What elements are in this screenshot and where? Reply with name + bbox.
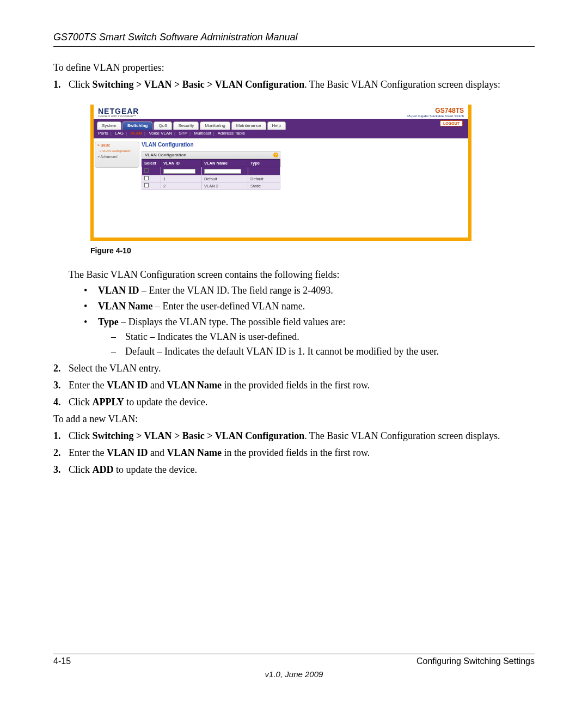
tab-help[interactable]: Help [267, 121, 286, 130]
add-step-3: 3. Click ADD to update the device. [53, 464, 535, 476]
header-rule [53, 46, 535, 47]
tab-security[interactable]: Security [173, 121, 199, 130]
subnav-lag[interactable]: LAG [115, 131, 124, 136]
t: in the provided fields in the first row. [222, 380, 370, 391]
page-number: 4-15 [53, 656, 71, 666]
page-footer: 4-15 Configuring Switching Settings v1.0… [53, 654, 535, 679]
t: Click [69, 79, 93, 90]
t: . The Basic VLAN Configuration screen di… [304, 79, 500, 90]
step-3: 3. Enter the VLAN ID and VLAN Name in th… [53, 380, 535, 391]
subnav-addrtable[interactable]: Address Table [218, 131, 246, 136]
sidebar: » Basic » VLAN Configuration » Advanced [95, 142, 139, 168]
step-num: 2. [53, 447, 61, 459]
netgear-screenshot: NETGEAR Connect with Innovation™ GS748TS… [90, 105, 471, 241]
vlanid-input[interactable] [163, 169, 195, 174]
type-static: Static – Indicates the VLAN is user-defi… [111, 331, 535, 343]
model-number: GS748TS [435, 107, 464, 114]
desc: – Enter the VLAN ID. The field range is … [139, 285, 333, 296]
step-text: Select the VLAN entry. [69, 363, 161, 374]
subnav-ports[interactable]: Ports [98, 131, 108, 136]
field-vlanname: VLAN Name – Enter the user-defined VLAN … [84, 301, 535, 312]
add-intro: To add a new VLAN: [53, 413, 535, 425]
t: ADD [93, 464, 114, 475]
row-checkbox[interactable] [144, 183, 149, 187]
col-vlanname: VLAN Name [202, 160, 248, 167]
tab-system[interactable]: System [97, 121, 121, 130]
t: VLAN ID [107, 447, 148, 458]
add-step-2: 2. Enter the VLAN ID and VLAN Name in th… [53, 447, 535, 459]
step-text: Click Switching > VLAN > Basic > VLAN Co… [69, 79, 500, 90]
subnav-vlan[interactable]: VLAN [130, 131, 142, 136]
tab-monitoring[interactable]: Monitoring [200, 121, 230, 130]
select-all-checkbox[interactable] [144, 168, 149, 173]
step-num: 3. [53, 464, 61, 476]
footer-rule [53, 654, 535, 654]
cell-vlanname: Default [202, 175, 248, 182]
sidebar-item-advanced[interactable]: » Advanced [95, 154, 139, 160]
step-num: 4. [53, 397, 61, 408]
nav-path: Switching > VLAN > Basic > VLAN Configur… [93, 430, 305, 441]
col-type: Type [248, 160, 280, 167]
model-desc: 48-port Gigabit Stackable Smart Switch [407, 114, 464, 118]
table-input-row [142, 167, 280, 175]
step-text: Enter the VLAN ID and VLAN Name in the p… [69, 380, 370, 391]
cell-vlanid: 1 [161, 175, 202, 182]
sidebar-item-vlanconfig[interactable]: » VLAN Configuration [95, 148, 139, 154]
step-1: 1. Click Switching > VLAN > Basic > VLAN… [53, 79, 535, 357]
step-text: Click ADD to update the device. [69, 464, 197, 475]
tab-switching[interactable]: Switching [122, 121, 153, 130]
t: Enter the [69, 380, 107, 391]
main-tabs: System Switching QoS Security Monitoring… [94, 119, 468, 130]
field-type: Type – Displays the VLAN type. The possi… [84, 317, 535, 357]
subnav-multicast[interactable]: Multicast [194, 131, 211, 136]
panel-header-text: VLAN Configuration [145, 153, 186, 157]
version-text: v1.0, June 2009 [53, 670, 535, 679]
t: . The Basic VLAN Configuration screen di… [304, 430, 500, 441]
cell-vlanid: 2 [161, 182, 202, 190]
step-num: 2. [53, 363, 61, 374]
desc: – Enter the user-defined VLAN name. [153, 301, 305, 312]
vlanname-input[interactable] [204, 169, 241, 174]
step-num: 3. [53, 380, 61, 391]
after-figure-text: The Basic VLAN Configuration screen cont… [69, 269, 535, 281]
field-vlanid: VLAN ID – Enter the VLAN ID. The field r… [84, 285, 535, 296]
t: VLAN Name [167, 380, 222, 391]
table-row: 2 VLAN 2 Static [142, 182, 280, 190]
subnav-stp[interactable]: STP [179, 131, 187, 136]
section-title: Configuring Switching Settings [416, 656, 535, 666]
step-num: 1. [53, 430, 61, 442]
term: VLAN ID [98, 285, 139, 296]
figure-4-10: NETGEAR Connect with Innovation™ GS748TS… [90, 105, 535, 241]
t: to update the device. [124, 397, 207, 407]
row-checkbox[interactable] [144, 176, 149, 180]
page-header: GS700TS Smart Switch Software Administra… [53, 32, 535, 43]
t: VLAN Name [167, 447, 222, 458]
vlan-table: Select VLAN ID VLAN Name Type [142, 159, 280, 190]
t: and [148, 380, 167, 391]
t: to update the device. [114, 464, 197, 475]
tab-qos[interactable]: QoS [154, 121, 172, 130]
step-text: Click APPLY to update the device. [69, 397, 207, 407]
brand-tagline: Connect with Innovation™ [98, 114, 139, 118]
step-2: 2. Select the VLAN entry. [53, 363, 535, 374]
t: APPLY [93, 397, 124, 407]
help-icon[interactable]: ? [273, 153, 278, 157]
step-text: Enter the VLAN ID and VLAN Name in the p… [69, 447, 370, 458]
tab-maintenance[interactable]: Maintenance [231, 121, 266, 130]
figure-caption: Figure 4-10 [90, 246, 535, 255]
t: Click [69, 464, 93, 475]
step-text: Click Switching > VLAN > Basic > VLAN Co… [69, 430, 500, 441]
nav-path: Switching > VLAN > Basic > VLAN Configur… [93, 79, 305, 90]
t: in the provided fields in the first row. [222, 447, 370, 458]
desc: – Displays the VLAN type. The possible f… [119, 317, 346, 327]
cell-vlanname: VLAN 2 [202, 182, 248, 190]
t: and [148, 447, 167, 458]
subnav-voicevlan[interactable]: Voice VLAN [149, 131, 172, 136]
sub-nav: Ports| LAG| VLAN| Voice VLAN| STP| Multi… [94, 130, 468, 138]
panel-title: VLAN Configuration [142, 142, 465, 148]
logout-button[interactable]: LOGOUT [440, 120, 463, 126]
step-4: 4. Click APPLY to update the device. [53, 397, 535, 408]
t: Click [69, 397, 93, 407]
sidebar-item-basic[interactable]: » Basic [95, 142, 139, 148]
term: Type [98, 317, 119, 327]
